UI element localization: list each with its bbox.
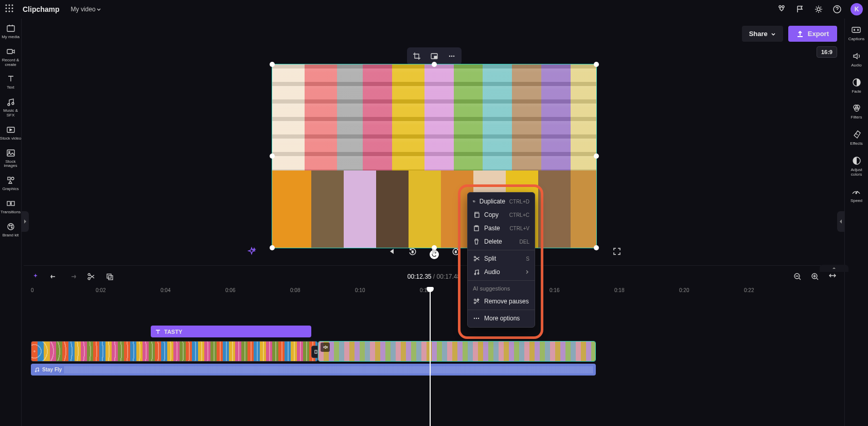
- app-header: Clipchamp My video K: [0, 0, 868, 19]
- more-dots-icon[interactable]: [444, 49, 459, 63]
- svg-rect-48: [315, 350, 317, 353]
- video-clip-1[interactable]: [31, 341, 318, 362]
- menu-divider: [468, 280, 535, 281]
- undo-icon[interactable]: [47, 270, 61, 283]
- sidebar-graphics[interactable]: Graphics: [0, 176, 22, 192]
- skip-start-icon[interactable]: [385, 245, 397, 258]
- sidebar-record-create[interactable]: Record & create: [0, 47, 22, 67]
- sidebar-my-media[interactable]: My media: [0, 24, 22, 40]
- svg-point-62: [474, 302, 476, 304]
- svg-rect-45: [109, 276, 113, 280]
- panel-captions[interactable]: Captions: [848, 25, 865, 42]
- menu-copy[interactable]: Copy CTRL+C: [468, 208, 535, 221]
- resize-handle-mr[interactable]: [594, 154, 599, 159]
- ruler-tick: 0: [31, 287, 34, 293]
- svg-rect-22: [7, 201, 10, 206]
- upgrade-icon[interactable]: [772, 0, 791, 19]
- svg-point-64: [476, 318, 477, 319]
- resize-handle-tl[interactable]: [270, 62, 275, 67]
- audio-clip[interactable]: Stay Fly: [31, 364, 596, 376]
- help-icon[interactable]: [828, 0, 846, 19]
- rewind-icon[interactable]: 5: [406, 245, 419, 258]
- svg-rect-14: [7, 49, 12, 54]
- svg-rect-28: [852, 27, 860, 32]
- more-dots-icon: [473, 315, 480, 322]
- resize-handle-mt[interactable]: [432, 62, 437, 67]
- svg-point-9: [779, 6, 781, 8]
- ruler-tick: 0:18: [614, 287, 624, 293]
- apps-grid-icon[interactable]: [5, 4, 15, 14]
- pip-icon[interactable]: [427, 49, 442, 63]
- clip-mute-icon[interactable]: [321, 343, 330, 352]
- sidebar-music-sfx[interactable]: Music & SFX: [0, 97, 22, 118]
- timeline-section: 00:12.35 / 00:17.48 00:020:040:060:080:1…: [24, 265, 844, 426]
- play-icon[interactable]: [428, 245, 440, 258]
- forward-icon[interactable]: 5: [450, 245, 462, 258]
- right-sidebar: Captions Audio Fade Filters Effects Adju…: [844, 19, 868, 426]
- svg-text:5: 5: [412, 250, 414, 253]
- timeline-ruler[interactable]: 00:020:040:060:080:100:120:140:160:180:2…: [31, 287, 837, 300]
- svg-point-65: [478, 318, 479, 319]
- svg-point-19: [8, 151, 10, 152]
- svg-point-6: [6, 11, 7, 12]
- user-avatar[interactable]: K: [851, 3, 863, 15]
- panel-audio[interactable]: Audio: [851, 51, 861, 68]
- panel-adjust-colors[interactable]: Adjust colors: [845, 156, 868, 177]
- settings-gear-icon[interactable]: [809, 0, 828, 19]
- resize-handle-ml[interactable]: [270, 154, 275, 159]
- panel-speed[interactable]: Speed: [851, 186, 862, 203]
- svg-point-0: [6, 5, 7, 6]
- menu-audio[interactable]: Audio: [468, 265, 535, 279]
- menu-duplicate[interactable]: Duplicate CTRL+D: [468, 195, 535, 208]
- timeline-toolbar: 00:12.35 / 00:17.48: [29, 266, 839, 287]
- duplicate-icon: [473, 198, 475, 205]
- fit-zoom-icon[interactable]: [826, 270, 839, 283]
- sidebar-transitions[interactable]: Transitions: [0, 199, 22, 215]
- ruler-tick: 0:10: [355, 287, 365, 293]
- panel-fade[interactable]: Fade: [852, 77, 862, 94]
- copy-clip-icon[interactable]: [103, 270, 116, 283]
- feedback-flag-icon[interactable]: [791, 0, 809, 19]
- preview-frame[interactable]: [272, 64, 597, 248]
- left-sidebar-expand[interactable]: [22, 211, 29, 232]
- timeline-time-display: 00:12.35 / 00:17.48: [408, 273, 460, 280]
- zoom-in-icon[interactable]: [808, 270, 822, 283]
- panel-filters[interactable]: Filters: [851, 103, 862, 120]
- timeline-tracks: TASTY Stay Fly: [31, 302, 837, 426]
- video-clip-2-selected[interactable]: [318, 341, 596, 362]
- menu-more-options[interactable]: More options: [468, 312, 535, 325]
- project-name-dropdown[interactable]: My video: [71, 6, 102, 13]
- transition-badge-icon[interactable]: [311, 346, 318, 358]
- sidebar-text[interactable]: Text: [0, 74, 22, 90]
- crop-icon[interactable]: [409, 49, 424, 63]
- menu-split[interactable]: Split S: [468, 252, 535, 265]
- text-clip[interactable]: TASTY: [151, 326, 311, 337]
- svg-point-42: [88, 274, 90, 276]
- ai-wand-icon[interactable]: [29, 270, 42, 283]
- resize-handle-br[interactable]: [594, 245, 599, 250]
- clip-thumbnail-strip: [318, 342, 595, 361]
- fullscreen-icon[interactable]: [611, 245, 623, 258]
- menu-paste[interactable]: Paste CTRL+V: [468, 221, 535, 235]
- music-note-icon: [34, 367, 40, 372]
- menu-delete[interactable]: Delete DEL: [468, 235, 535, 248]
- playhead[interactable]: [430, 287, 431, 426]
- svg-point-11: [817, 8, 820, 11]
- panel-effects[interactable]: Effects: [850, 129, 862, 146]
- ai-sparkle-button[interactable]: [245, 245, 258, 258]
- copy-icon: [473, 211, 480, 218]
- sidebar-stock-video[interactable]: Stock video: [0, 125, 22, 141]
- scissors-split-icon[interactable]: [84, 270, 98, 283]
- remove-pauses-icon: [473, 298, 480, 305]
- sidebar-brand-kit[interactable]: Brand kit: [0, 222, 22, 238]
- menu-remove-pauses[interactable]: Remove pauses: [468, 295, 535, 308]
- svg-point-1: [9, 5, 10, 6]
- sidebar-stock-images[interactable]: Stock images: [0, 148, 22, 169]
- ruler-tick: 0:16: [550, 287, 559, 293]
- redo-icon[interactable]: [66, 270, 79, 283]
- ruler-tick: 0:08: [290, 287, 300, 293]
- ruler-tick: 0:20: [679, 287, 689, 293]
- resize-handle-bl[interactable]: [270, 245, 275, 250]
- resize-handle-tr[interactable]: [594, 62, 599, 67]
- zoom-out-icon[interactable]: [791, 270, 804, 283]
